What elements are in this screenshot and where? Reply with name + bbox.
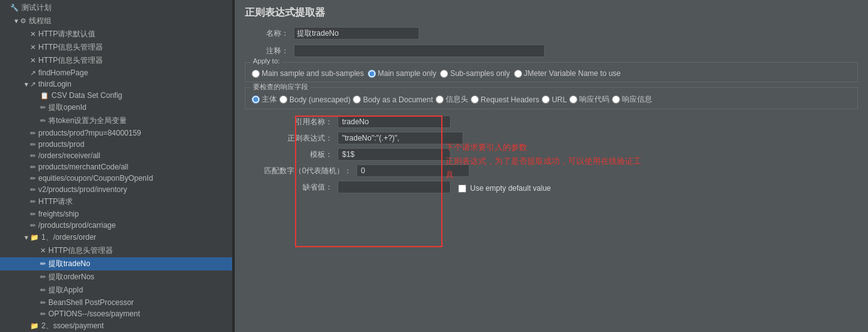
annotation-text: 下个请求要引入的参数 正则表达式，为了是否提取成功，可以使用在线验证工 具 [446, 141, 641, 182]
tree-item-icon-pencil: ✏ [30, 141, 36, 149]
response-option-headers[interactable]: 信息头 [436, 94, 468, 105]
response-label-response-message: 响应信息 [622, 94, 652, 105]
tree-item-label: products/prod?mpu=84000159 [38, 129, 141, 137]
annotation-line3: 具 [446, 168, 641, 182]
apply-to-option-main-only[interactable]: Main sample only [368, 69, 436, 78]
response-label-body-as-doc: Body as a Document [363, 95, 432, 104]
tree-item-http-header3[interactable]: ✕HTTP信息头管理器 [0, 244, 232, 257]
response-label-url: URL [552, 95, 567, 104]
ref-name-label: 引用名称： [245, 117, 333, 127]
apply-to-radio-main-and-sub[interactable] [252, 70, 260, 78]
default-input[interactable] [338, 181, 451, 193]
tree-item-fetch-orderNos[interactable]: ✏提取orderNos [0, 270, 232, 284]
response-radio-url[interactable] [542, 95, 550, 104]
tree-item-equities-coupon[interactable]: ✏equities/coupon/CouponByOpenId [0, 173, 232, 184]
tree-item-fetch-openid[interactable]: ✏提取openId [0, 101, 232, 114]
tree-item-products-prod[interactable]: ✏products/prod [0, 139, 232, 150]
response-radio-response-code[interactable] [569, 95, 577, 104]
tree-toggle[interactable]: ▼ [23, 81, 30, 88]
tree-item-thirdLogin[interactable]: ▼↗thirdLogin [0, 78, 232, 90]
tree-item-icon-pencil: ✏ [30, 198, 36, 206]
response-option-body-unescaped[interactable]: Body (unescaped) [279, 95, 350, 104]
apply-to-option-jmeter-var[interactable]: JMeter Variable Name to use [514, 69, 621, 78]
comment-input[interactable] [294, 45, 545, 57]
name-input[interactable] [294, 27, 419, 40]
tree-item-label: OPTIONS--/ssoes/payment [48, 309, 140, 318]
response-label-response-code: 响应代码 [579, 94, 609, 105]
tree-item-icon-pencil: ✏ [40, 104, 46, 112]
apply-to-option-main-and-sub[interactable]: Main sample and sub-samples [252, 69, 364, 78]
tree-item-http-header1[interactable]: ✕HTTP信息头管理器 [0, 41, 232, 54]
tree-item-v2-products[interactable]: ✏v2/products/prod/inventory [0, 184, 232, 195]
tree-item-products-carriage[interactable]: ✏/products/prod/carriage [0, 220, 232, 231]
response-label-body-unescaped: Body (unescaped) [289, 95, 350, 104]
tree-item-thread-group[interactable]: ▼⚙线程组 [0, 14, 232, 28]
tree-toggle[interactable]: ▼ [23, 234, 30, 241]
tree-item-label: 线程组 [29, 16, 51, 26]
tree-item-test-plan[interactable]: 🔧测试计划 [0, 1, 232, 14]
tree-item-label: equities/coupon/CouponByOpenId [38, 174, 153, 183]
tree-item-set-token[interactable]: ✏将token设置为全局变量 [0, 114, 232, 127]
response-option-url[interactable]: URL [542, 95, 567, 104]
apply-to-label-sub-only: Sub-samples only [450, 69, 510, 78]
use-empty-default-row: Use empty default value [458, 184, 551, 193]
tree-toggle[interactable]: ▼ [13, 18, 20, 24]
tree-item-fetch-appId[interactable]: ✏提取AppId [0, 284, 232, 297]
apply-to-label-main-and-sub: Main sample and sub-samples [262, 69, 364, 78]
response-radio-body[interactable] [252, 95, 260, 104]
name-label: 名称： [245, 28, 289, 39]
tree-item-label: /orders/receiver/all [38, 151, 100, 160]
regex-input[interactable] [338, 132, 463, 144]
tree-item-http-header2[interactable]: ✕HTTP信息头管理器 [0, 54, 232, 67]
response-radio-body-unescaped[interactable] [279, 95, 287, 104]
right-panel: 正则表达式提取器 名称： 注释： Apply to: Main sample a… [235, 0, 868, 332]
ref-name-input[interactable] [338, 115, 451, 128]
tree-item-icon-pencil: ✏ [30, 163, 36, 171]
tree-item-label: 1、/orders/order [41, 232, 96, 243]
apply-to-radio-jmeter-var[interactable] [514, 70, 522, 78]
apply-to-group: Apply to: Main sample and sub-samplesMai… [245, 62, 858, 82]
response-radio-body-as-doc[interactable] [353, 95, 361, 104]
annotation-line1: 下个请求要引入的参数 [446, 141, 641, 154]
tree-item-fetch-tradeNo[interactable]: ✏提取tradeNo [0, 257, 232, 270]
response-radio-headers[interactable] [436, 95, 444, 104]
tree-item-orders-receiver[interactable]: ✏/orders/receiver/all [0, 150, 232, 161]
tree-item-beanshell[interactable]: ✏BeanShell PostProcessor [0, 297, 232, 308]
tree-item-icon-folder: 📁 [30, 322, 39, 330]
apply-to-label-jmeter-var: JMeter Variable Name to use [524, 69, 621, 78]
response-option-response-code[interactable]: 响应代码 [569, 94, 609, 105]
tree-item-icon-pencil: ✏ [30, 210, 36, 218]
tree-item-icon-pencil: ✏ [40, 260, 46, 268]
apply-to-radio-sub-only[interactable] [440, 70, 448, 78]
tree-item-freights-ship[interactable]: ✏freights/ship [0, 208, 232, 220]
tree-item-icon-x: ✕ [30, 30, 36, 38]
use-empty-default-checkbox[interactable] [458, 185, 466, 193]
tree-item-label: products/prod [38, 140, 84, 149]
response-group-title: 要检查的响应字段 [250, 82, 311, 92]
tree-item-label: 2、ssoes/payment [41, 321, 104, 331]
template-input[interactable] [338, 148, 451, 161]
response-option-request-headers[interactable]: Request Headers [471, 95, 539, 104]
tree-item-products-mpu[interactable]: ✏products/prod?mpu=84000159 [0, 127, 232, 139]
comment-label: 注释： [245, 46, 289, 56]
tree-item-label: findHomePage [38, 68, 88, 77]
tree-item-options-ssoes[interactable]: ✏OPTIONS--/ssoes/payment [0, 308, 232, 319]
tree-item-http-defaults[interactable]: ✕HTTP请求默认值 [0, 28, 232, 41]
tree-item-http-request[interactable]: ✏HTTP请求 [0, 195, 232, 208]
tree-item-ssoes-payment[interactable]: 📁2、ssoes/payment [0, 319, 232, 332]
response-radio-response-message[interactable] [612, 95, 620, 104]
response-option-response-message[interactable]: 响应信息 [612, 94, 652, 105]
tree-item-icon-pencil: ✏ [30, 152, 36, 160]
apply-to-option-sub-only[interactable]: Sub-samples only [440, 69, 510, 78]
tree-item-products-merchant[interactable]: ✏products/merchantCode/all [0, 161, 232, 173]
match-no-label: 匹配数字（0代表随机）： [245, 166, 351, 176]
response-option-body[interactable]: 主体 [252, 94, 277, 105]
tree-item-findHomePage[interactable]: ↗findHomePage [0, 67, 232, 78]
apply-to-radio-main-only[interactable] [368, 70, 376, 78]
tree-item-orders-order[interactable]: ▼📁1、/orders/order [0, 231, 232, 244]
tree-item-csv-dataset[interactable]: 📋CSV Data Set Config [0, 90, 232, 101]
response-option-body-as-doc[interactable]: Body as a Document [353, 95, 432, 104]
tree-item-label: 提取openId [48, 102, 87, 113]
left-tree-panel: 🔧测试计划▼⚙线程组✕HTTP请求默认值✕HTTP信息头管理器✕HTTP信息头管… [0, 0, 232, 332]
response-radio-request-headers[interactable] [471, 95, 479, 104]
